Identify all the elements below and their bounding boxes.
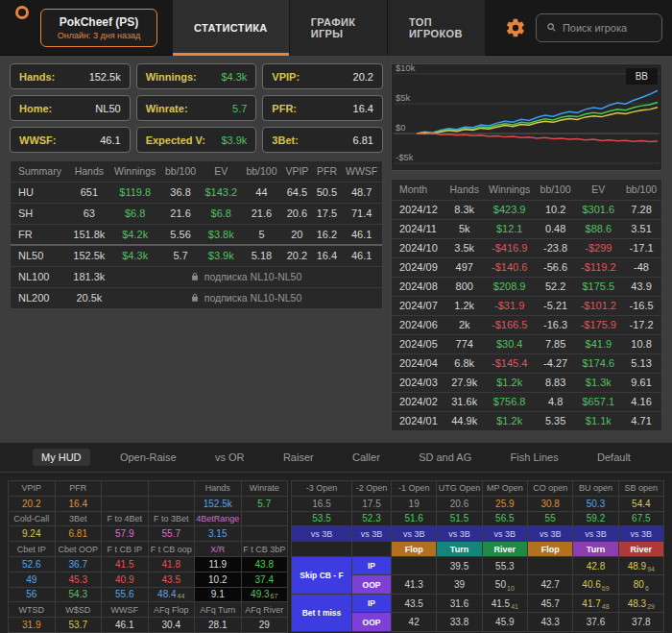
hud-cell-f-to-4bet: F to 4Bet bbox=[102, 512, 148, 526]
header-row: SummaryHandsWinningsbb/100EVbb/100VPIPPF… bbox=[11, 161, 382, 182]
hud-cell-cold-call: Cold-Call bbox=[9, 512, 55, 526]
hud-cell-48-3: 48.329 bbox=[619, 595, 663, 613]
hud-cell-25-9: 25.9 bbox=[483, 497, 527, 511]
cell: 44.9k bbox=[445, 411, 484, 430]
hud-cell-54-4: 54.4 bbox=[619, 497, 663, 511]
search-icon bbox=[546, 21, 557, 34]
cell: 0.48 bbox=[536, 219, 576, 238]
hud-cell-45-9: 45.9 bbox=[483, 613, 527, 631]
hud-cell-afq-turn: AFq Turn bbox=[195, 602, 241, 617]
subscription-note: подписка NL10-NL50 bbox=[204, 292, 302, 304]
settings-gear-icon[interactable] bbox=[505, 17, 526, 38]
search-box[interactable] bbox=[536, 13, 662, 42]
stat-value: $3.9k bbox=[221, 134, 247, 146]
col-winnings: Winnings bbox=[484, 180, 536, 200]
table-row: 2024/046.8k-$145.4-4.27$174.65.13 bbox=[392, 353, 661, 373]
tab-график-игры[interactable]: ГРАФИК ИГРЫ bbox=[290, 0, 388, 56]
tab-топ-игроков[interactable]: ТОП ИГРОКОВ bbox=[388, 0, 486, 56]
hud-tab-open-raise[interactable]: Open-Raise bbox=[111, 449, 185, 466]
stat-label: Winnings: bbox=[146, 71, 197, 83]
col-bb-100: bb/100 bbox=[160, 161, 200, 182]
hud-cell-empty bbox=[292, 542, 351, 556]
cell: 50.5 bbox=[313, 182, 342, 203]
cell: -17.1 bbox=[621, 238, 661, 257]
main-content: Hands:152.5kWinnings:$4.3kVPIP:20.2Home:… bbox=[0, 56, 672, 633]
cell: 152.5k bbox=[69, 245, 109, 266]
hud-tab-sd-and-ag[interactable]: SD and AG bbox=[410, 449, 480, 466]
cell: 7.28 bbox=[621, 200, 661, 219]
right-column: $10k$5k$0-$5k BB MonthHandsWinningsbb/10… bbox=[391, 63, 662, 431]
cell: 20.5k bbox=[69, 287, 109, 308]
hud-cell-x-r: X/R bbox=[195, 542, 241, 556]
hud-tab-raiser[interactable]: Raiser bbox=[275, 449, 323, 466]
hud-right-grid: -3 Open-2 Open-1 OpenUTG OpenMP OpenCO o… bbox=[291, 480, 664, 632]
cell: -$299 bbox=[576, 238, 622, 257]
player-info-box[interactable]: PokCheef (PS) Онлайн: 3 дня назад bbox=[40, 9, 157, 47]
hud-cell-31-9: 31.9 bbox=[9, 618, 55, 632]
hud-tab-default[interactable]: Default bbox=[588, 449, 639, 466]
cell: 44 bbox=[242, 182, 281, 203]
cell: NL100 bbox=[11, 266, 69, 287]
hud-cell-skip-cb-f: Skip CB - F bbox=[292, 557, 351, 594]
cell: 17.5 bbox=[313, 203, 342, 224]
cell: 20.6 bbox=[281, 203, 312, 224]
hud-cell-bet-t-miss: Bet t miss bbox=[292, 595, 351, 631]
hud-cell-43-5: 43.5 bbox=[149, 572, 195, 587]
cell: $30.4 bbox=[484, 334, 536, 353]
hud-cell-mp-open: MP Open bbox=[483, 481, 527, 496]
summary-panel: SummaryHandsWinningsbb/100EVbb/100VPIPPF… bbox=[10, 160, 383, 309]
hud-cell-oop: OOP bbox=[352, 575, 391, 594]
hud-cell-17-5: 17.5 bbox=[352, 497, 391, 511]
cell: 5.35 bbox=[536, 411, 576, 430]
gear-icon bbox=[505, 17, 526, 38]
hud-cell-49: 49 bbox=[9, 572, 55, 587]
hud-cell-bu-open: BU open bbox=[573, 481, 617, 496]
hud-tab-vs-or[interactable]: vs OR bbox=[206, 449, 253, 466]
hud-tab-my-hud[interactable]: My HUD bbox=[33, 449, 90, 466]
cell: 5 bbox=[242, 224, 281, 245]
cell: 46.1 bbox=[341, 245, 382, 266]
monthly-table-wrap: MonthHandsWinningsbb/100EVbb/1002024/128… bbox=[392, 180, 661, 430]
chart-ytick-label: $0 bbox=[396, 122, 406, 133]
stat-label: PFR: bbox=[272, 103, 297, 114]
cell: 2024/04 bbox=[392, 353, 445, 373]
hud-cell-40-6: 40.669 bbox=[573, 575, 617, 594]
chart-currency-toggle[interactable]: BB bbox=[626, 68, 658, 85]
search-input[interactable] bbox=[563, 22, 652, 34]
hud-cell-41-3: 41.3 bbox=[392, 575, 436, 594]
hud-cell-43-5: 43.5 bbox=[392, 595, 436, 613]
stat-value: 16.4 bbox=[353, 103, 373, 114]
cell: $119.8 bbox=[109, 182, 160, 203]
table-row: 2024/0231.6k$756.84.8$657.14.16 bbox=[392, 392, 661, 411]
hud-cell-winrate: Winrate bbox=[242, 481, 288, 496]
cell: -16.3 bbox=[536, 315, 576, 334]
hud-tab-fish-lines[interactable]: Fish Lines bbox=[502, 449, 567, 466]
cell: $423.9 bbox=[484, 200, 536, 219]
col-month: Month bbox=[392, 180, 445, 200]
hud-cell-vs-3b: vs 3B bbox=[437, 526, 481, 541]
hud-cell-52-6: 52.6 bbox=[9, 557, 55, 572]
stat-label: Hands: bbox=[19, 71, 55, 83]
hud-cell-turn: Turn bbox=[437, 542, 481, 556]
hud-tab-caller[interactable]: Caller bbox=[344, 449, 389, 466]
header-row: MonthHandsWinningsbb/100EVbb/100 bbox=[392, 180, 661, 200]
hud-cell-30-8: 30.8 bbox=[528, 497, 572, 511]
hud-cell-20-6: 20.6 bbox=[437, 497, 481, 511]
cell: $174.6 bbox=[576, 353, 622, 373]
tab-статистика[interactable]: СТАТИСТИКА bbox=[173, 0, 290, 56]
hud-cell-cbet-oop: Cbet OOP bbox=[56, 542, 102, 556]
app-logo[interactable] bbox=[15, 6, 29, 19]
cell: -4.27 bbox=[536, 353, 576, 373]
cell: $756.8 bbox=[484, 392, 536, 411]
table-row: 2024/05774$30.47.85$41.910.8 bbox=[392, 334, 661, 353]
cell: -23.8 bbox=[536, 238, 576, 257]
cell: 3.5k bbox=[445, 238, 484, 257]
stat-box-expected-v: Expected V:$3.9k bbox=[136, 127, 257, 153]
cell: 27.9k bbox=[445, 373, 484, 392]
monthly-panel: MonthHandsWinningsbb/100EVbb/1002024/128… bbox=[391, 179, 662, 431]
hud-cell-empty bbox=[149, 481, 195, 496]
hud-cell-55-7: 55.7 bbox=[149, 526, 195, 541]
hud-cell-oop: OOP bbox=[352, 613, 391, 631]
table-row: 2024/062k-$166.5-16.3-$175.9-17.2 bbox=[392, 315, 661, 334]
hud-cell-ip: IP bbox=[352, 595, 391, 613]
